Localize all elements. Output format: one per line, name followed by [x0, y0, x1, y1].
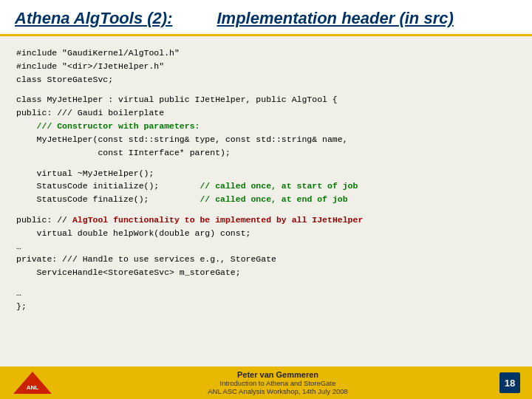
blank-line	[16, 86, 516, 93]
code-line-15: public: // AlgTool functionality to be i…	[16, 214, 516, 227]
code-line-2: #include "<dir>/IJetHelper.h"	[16, 60, 516, 73]
blank-line-3	[16, 206, 516, 214]
header: Athena AlgTools (2): Implementation head…	[0, 0, 532, 36]
slide: Athena AlgTools (2): Implementation head…	[0, 0, 532, 399]
code-line-18: private: /// Handle to use services e.g.…	[16, 253, 516, 266]
code-line-3: class StoreGateSvc;	[16, 73, 516, 86]
footer-subtitle1: Introduction to Athena and StoreGate	[220, 379, 336, 387]
code-line-7: /// Constructor with parameters:	[16, 120, 516, 133]
content-area: #include "GaudiKernel/AlgTool.h" #includ…	[0, 36, 532, 366]
footer-center: Peter van Gemmeren Introduction to Athen…	[56, 370, 499, 395]
blank-line-4	[16, 279, 516, 287]
logo-svg: ANL	[12, 370, 53, 395]
header-title-right: Implementation header (in src)	[216, 9, 453, 28]
code-line-16: virtual double helpWork(double arg) cons…	[16, 227, 516, 240]
svg-text:ANL: ANL	[27, 384, 39, 391]
argonne-logo: ANL	[12, 371, 56, 395]
code-line-13: StatusCode finalize(); // called once, a…	[16, 193, 516, 206]
code-line-11: virtual ~MyJetHelper();	[16, 167, 516, 180]
code-line-1: #include "GaudiKernel/AlgTool.h"	[16, 47, 516, 60]
code-line-9: const IInterface* parent);	[16, 146, 516, 160]
code-line-8: MyJetHelper(const std::string& type, con…	[16, 133, 516, 146]
code-block: #include "GaudiKernel/AlgTool.h" #includ…	[16, 47, 516, 313]
footer: ANL Peter van Gemmeren Introduction to A…	[0, 366, 532, 399]
code-line-5: class MyJetHelper : virtual public IJetH…	[16, 93, 516, 106]
footer-author: Peter van Gemmeren	[237, 370, 318, 379]
header-title-left: Athena AlgTools (2):	[15, 9, 172, 28]
code-line-6: public: /// Gaudi boilerplate	[16, 106, 516, 120]
code-line-22: };	[16, 300, 516, 313]
footer-subtitle2: ANL ASC Analysis Workshop, 14th July 200…	[208, 387, 348, 395]
blank-line-2	[16, 160, 516, 167]
footer-page-number: 18	[499, 372, 520, 393]
code-line-21: …	[16, 287, 516, 300]
code-line-12: StatusCode initialize(); // called once,…	[16, 180, 516, 193]
code-line-17: …	[16, 240, 516, 253]
code-line-19: ServiceHandle<StoreGateSvc> m_storeGate;	[16, 266, 516, 279]
